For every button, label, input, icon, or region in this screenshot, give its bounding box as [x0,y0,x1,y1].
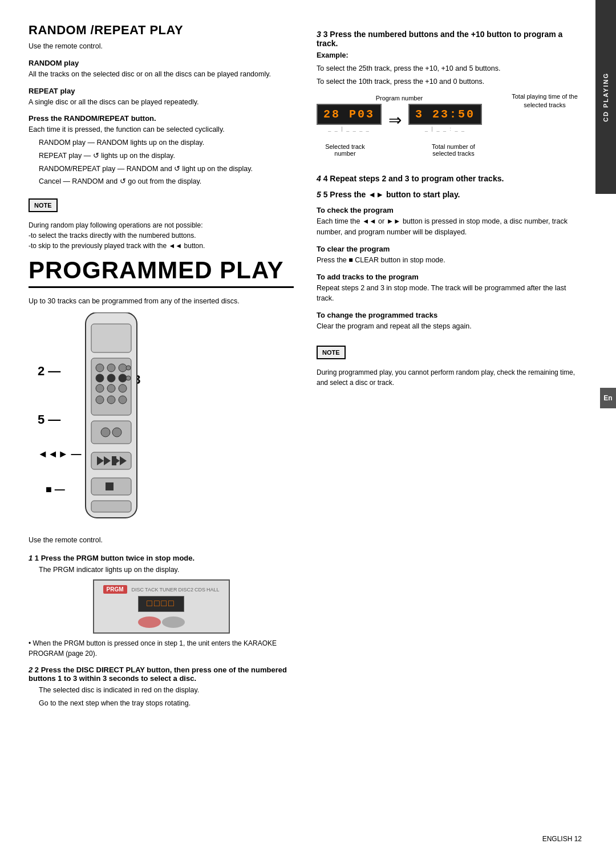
button-text-5: Cancel — RANDOM and ↺ go out from the di… [39,176,294,187]
svg-point-8 [107,374,115,382]
en-tab-label: En [603,394,612,402]
random-repeat-title: RANDOM /REPEAT PLAY [29,23,294,38]
svg-point-12 [107,384,115,392]
svg-rect-27 [106,482,114,490]
add-heading: To add tracks to the program [317,273,582,281]
selected-track-label: Selected track number [317,143,374,157]
step2-heading: 2 2 Press the DISC DIRECT PLAY button, t… [29,666,294,683]
step1-note: • When the PRGM button is pressed once i… [29,638,294,659]
random-play-text: All the tracks on the selected disc or o… [29,69,294,80]
step-label-stop: ■ — [46,484,65,496]
programmed-play-title: PROGRAMMED PLAY [29,257,294,288]
right-column: 3 3 Press the numbered buttons and the +… [317,23,582,711]
step-label-2: 2 — [38,364,60,379]
change-text: Clear the program and repeat all the ste… [317,321,582,332]
footer: ENGLISH 12 [542,835,582,843]
remote-illustration [74,313,148,524]
button-text-2: RANDOM play — RANDOM lights up on the di… [39,137,294,148]
repeat-play-text: A single disc or all the discs can be pl… [29,97,294,108]
side-tab-label: CD PLAYING [602,72,609,122]
svg-point-10 [126,376,131,380]
svg-point-14 [96,396,104,404]
prgm-display: PRGM DISCTACKTUNERDISC2CDSHALL □□□□ [93,579,230,634]
svg-point-16 [119,396,127,404]
step5-heading: 5 5 Press the ◄► button to start play. [317,190,582,199]
example-text-2: To select the 10th track, press the +10 … [317,76,582,87]
note-text-1: During random play following operations … [29,221,203,229]
en-tab: En [600,388,616,408]
svg-point-4 [107,364,115,372]
svg-rect-28 [91,501,131,512]
svg-rect-17 [91,421,131,444]
use-remote: Use the remote control. [29,535,294,546]
programmed-play-intro: Up to 30 tracks can be programmed from a… [29,296,294,307]
example-label: Example: [317,50,582,61]
left-column: RANDOM /REPEAT PLAY Use the remote contr… [29,23,294,711]
svg-point-11 [96,384,104,392]
total-number-label: Total number of selected tracks [425,143,482,157]
svg-point-3 [96,364,104,372]
change-heading: To change the programmed tracks [317,311,582,319]
button-text-1: Each time it is pressed, the function ca… [29,124,294,135]
check-heading: To check the program [317,206,582,214]
random-play-heading: RANDOM play [29,59,294,67]
clear-text: Press the ■ CLEAR button in stop mode. [317,255,582,266]
note-box-2: NOTE [317,346,346,359]
total-playing-label: Total playing time of the selected track… [508,92,582,109]
program-number-label: Program number [376,95,423,102]
button-text-3: REPEAT play — ↺ lights up on the display… [39,151,294,161]
step-label-5: 5 — [38,412,60,427]
random-repeat-intro: Use the remote control. [29,41,294,52]
check-text: Each time the ◄◄ or ►► button is pressed… [317,216,582,238]
svg-point-19 [112,428,121,437]
svg-point-18 [101,428,110,437]
svg-rect-1 [91,324,131,352]
svg-point-15 [107,396,115,404]
step1-sub: The PRGM indicator lights up on the disp… [39,565,294,575]
display-diagram: Total playing time of the selected track… [317,95,582,157]
svg-point-7 [96,374,104,382]
note-box-1: NOTE [29,198,58,212]
right-display: 3 23:50 [408,104,482,125]
button-text-4: RANDOM/REPEAT play — RANDOM and ↺ light … [39,164,294,175]
step3-heading: 3 3 Press the numbered buttons and the +… [317,30,582,48]
step2-sub1: The selected disc is indicated in red on… [39,685,294,696]
svg-point-6 [126,366,131,370]
prgm-lcd-value: □□□□ [138,596,184,612]
svg-point-5 [119,364,127,372]
arrow-symbol: ⇒ [386,111,404,129]
note-text-3: -to skip to the previously played track … [29,242,205,250]
example-text-1: To select the 25th track, press the +10,… [317,63,582,74]
add-text: Repeat steps 2 and 3 in stop mode. The t… [317,283,582,305]
repeat-play-heading: REPEAT play [29,87,294,95]
button-heading: Press the RANDOM/REPEAT button. [29,114,294,123]
svg-point-13 [119,384,127,392]
clear-heading: To clear the program [317,245,582,253]
svg-point-9 [119,374,127,382]
step1-heading: 1 1 Press the PRGM button twice in stop … [29,554,294,562]
left-display: 28 P03 [317,104,382,125]
note-content-1: During random play following operations … [29,220,294,251]
cd-playing-tab: CD PLAYING [595,0,616,194]
step4-heading: 4 4 Repeat steps 2 and 3 to program othe… [317,174,582,183]
note-text-2: -to select the tracks directly with the … [29,232,196,240]
step2-sub2: Go to the next step when the tray stops … [39,698,294,709]
note-content-2: During programmed play, you cannot perfo… [317,367,582,388]
